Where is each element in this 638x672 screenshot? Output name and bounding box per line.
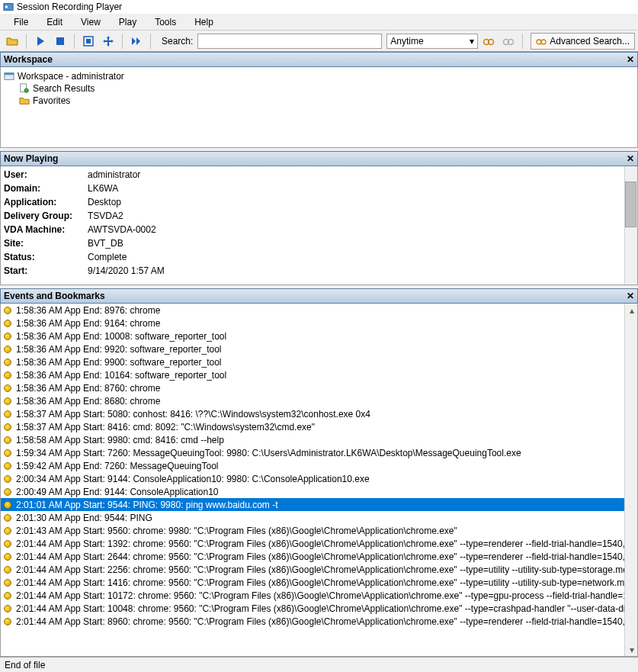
event-row[interactable]: 2:01:44 AM App Start: 8960: chrome: 9560…: [1, 615, 624, 628]
event-text: 2:01:43 AM App Start: 9560: chrome: 9980…: [16, 526, 457, 536]
nowplaying-label: Domain:: [4, 183, 88, 197]
binoculars-button[interactable]: [479, 32, 498, 50]
menu-tools[interactable]: Tools: [147, 15, 184, 29]
open-button[interactable]: [3, 32, 21, 50]
event-row[interactable]: 1:58:58 AM App Start: 9980: cmd: 8416: c…: [1, 433, 624, 446]
events-scrollbar[interactable]: ▴ ▾: [624, 304, 637, 656]
menu-help[interactable]: Help: [187, 15, 221, 29]
menu-play[interactable]: Play: [111, 15, 144, 29]
event-dot-icon: [4, 514, 11, 522]
event-row[interactable]: 1:58:37 AM App Start: 5080: conhost: 841…: [1, 407, 624, 420]
nowplaying-label: User:: [4, 169, 88, 183]
nowplaying-row: Status:Complete: [4, 252, 634, 265]
event-row[interactable]: 2:01:30 AM App End: 9544: PING: [1, 511, 624, 524]
search-input[interactable]: [197, 34, 382, 49]
event-text: 1:58:36 AM App End: 10164: software_repo…: [16, 370, 226, 381]
event-text: 1:58:36 AM App End: 8976: chrome: [16, 305, 160, 316]
event-row[interactable]: 1:58:36 AM App End: 9164: chrome: [1, 317, 624, 330]
svg-point-9: [537, 40, 541, 44]
event-dot-icon: [4, 371, 11, 379]
event-dot-icon: [4, 346, 11, 353]
event-text: 1:58:36 AM App End: 8680: chrome: [16, 396, 160, 407]
events-body: 1:58:36 AM App End: 8976: chrome1:58:36 …: [0, 304, 638, 657]
nowplaying-value: AWTSVDA-0002: [88, 224, 156, 238]
fast-forward-button[interactable]: [127, 32, 146, 50]
event-row[interactable]: 2:01:44 AM App Start: 1392: chrome: 9560…: [1, 537, 624, 550]
event-text: 2:01:44 AM App Start: 2644: chrome: 9560…: [16, 551, 624, 562]
nowplaying-value: TSVDA2: [88, 211, 123, 224]
svg-point-1: [5, 5, 8, 8]
nowplaying-row: VDA Machine:AWTSVDA-0002: [4, 224, 634, 238]
event-dot-icon: [4, 475, 11, 483]
event-row[interactable]: 2:01:01 AM App Start: 9544: PING: 9980: …: [1, 498, 624, 511]
event-row[interactable]: 2:01:43 AM App Start: 9560: chrome: 9980…: [1, 524, 624, 537]
toolbar: Search: Anytime ▾ Advanced Search...: [0, 31, 638, 52]
fit-button[interactable]: [79, 32, 98, 50]
advanced-search-button[interactable]: Advanced Search...: [531, 33, 635, 50]
event-row[interactable]: 1:58:36 AM App End: 10008: software_repo…: [1, 330, 624, 342]
workspace-search-results-label: Search Results: [33, 83, 95, 94]
svg-point-14: [24, 88, 28, 92]
nowplaying-label: Application:: [4, 197, 88, 211]
event-text: 2:01:44 AM App Start: 8960: chrome: 9560…: [16, 616, 624, 627]
nowplaying-label: Delivery Group:: [4, 211, 88, 224]
menu-bar: File Edit View Play Tools Help: [0, 14, 638, 31]
menu-edit[interactable]: Edit: [39, 15, 70, 29]
event-row[interactable]: 1:59:34 AM App Start: 7260: MessageQueui…: [1, 446, 624, 459]
event-text: 1:58:36 AM App End: 10008: software_repo…: [16, 331, 226, 342]
event-text: 2:01:01 AM App Start: 9544: PING: 9980: …: [16, 500, 278, 510]
event-dot-icon: [4, 333, 11, 340]
event-row[interactable]: 1:58:37 AM App Start: 8416: cmd: 8092: "…: [1, 420, 624, 433]
play-button[interactable]: [31, 32, 50, 50]
nowplaying-value: Desktop: [88, 197, 121, 211]
event-dot-icon: [4, 527, 11, 535]
nowplaying-row: Site:BVT_DB: [4, 238, 634, 252]
status-bar: End of file: [0, 657, 638, 672]
event-row[interactable]: 2:00:34 AM App Start: 9144: ConsoleAppli…: [1, 472, 624, 485]
folder-icon: [19, 95, 30, 106]
workspace-root[interactable]: Workspace - administrator: [4, 70, 634, 82]
nowplaying-scrollbar[interactable]: [624, 166, 637, 285]
event-row[interactable]: 2:01:44 AM App Start: 2644: chrome: 9560…: [1, 550, 624, 563]
workspace-favorites-label: Favorites: [33, 95, 70, 106]
search-results-icon: [19, 83, 30, 94]
event-text: 1:59:34 AM App Start: 7260: MessageQueui…: [16, 448, 521, 458]
workspace-close-icon[interactable]: ✕: [627, 54, 634, 65]
workspace-favorites[interactable]: Favorites: [19, 95, 634, 107]
event-row[interactable]: 1:58:36 AM App End: 10164: software_repo…: [1, 368, 624, 381]
svg-rect-2: [56, 37, 64, 45]
nowplaying-value: BVT_DB: [88, 238, 123, 252]
nowplaying-label: Status:: [4, 252, 88, 265]
scroll-up-icon[interactable]: ▴: [625, 304, 638, 317]
event-row[interactable]: 1:58:36 AM App End: 8760: chrome: [1, 381, 624, 394]
workspace-search-results[interactable]: Search Results: [19, 82, 634, 95]
event-row[interactable]: 1:58:36 AM App End: 9920: software_repor…: [1, 342, 624, 355]
stop-button[interactable]: [51, 32, 69, 50]
event-text: 2:01:44 AM App Start: 10172: chrome: 956…: [16, 590, 624, 601]
event-dot-icon: [4, 397, 11, 405]
event-row[interactable]: 2:01:44 AM App Start: 10048: chrome: 956…: [1, 602, 624, 615]
event-text: 2:00:34 AM App Start: 9144: ConsoleAppli…: [16, 474, 370, 484]
move-button[interactable]: [99, 32, 117, 50]
event-row[interactable]: 1:58:36 AM App End: 9900: software_repor…: [1, 355, 624, 368]
menu-view[interactable]: View: [73, 15, 108, 29]
workspace-title: Workspace: [4, 54, 53, 65]
event-row[interactable]: 2:01:44 AM App Start: 1416: chrome: 9560…: [1, 576, 624, 589]
nowplaying-row: User:administrator: [4, 169, 634, 183]
event-row[interactable]: 2:01:44 AM App Start: 10172: chrome: 956…: [1, 589, 624, 602]
event-row[interactable]: 1:58:36 AM App End: 8976: chrome: [1, 304, 624, 317]
event-row[interactable]: 1:59:42 AM App End: 7260: MessageQueuing…: [1, 459, 624, 472]
event-row[interactable]: 2:00:49 AM App End: 9144: ConsoleApplica…: [1, 485, 624, 498]
event-dot-icon: [4, 488, 11, 496]
nowplaying-close-icon[interactable]: ✕: [627, 153, 634, 164]
event-row[interactable]: 2:01:44 AM App Start: 2256: chrome: 9560…: [1, 563, 624, 576]
event-dot-icon: [4, 553, 11, 561]
events-close-icon[interactable]: ✕: [627, 291, 634, 301]
nowplaying-value: Complete: [88, 252, 127, 265]
scroll-down-icon[interactable]: ▾: [625, 643, 638, 656]
events-header: Events and Bookmarks ✕: [0, 288, 638, 304]
menu-file[interactable]: File: [6, 15, 36, 29]
event-text: 1:58:36 AM App End: 9900: software_repor…: [16, 357, 222, 368]
event-row[interactable]: 1:58:36 AM App End: 8680: chrome: [1, 394, 624, 407]
anytime-dropdown[interactable]: Anytime ▾: [386, 34, 478, 49]
